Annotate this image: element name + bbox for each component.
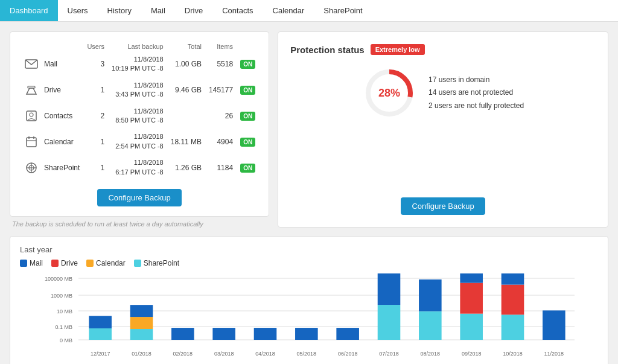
svg-text:06/2018: 06/2018 xyxy=(338,351,358,357)
col-users: Users xyxy=(83,42,108,51)
svg-rect-51 xyxy=(502,315,524,340)
last-backup-cell: 11/8/20183:43 PM UTC -8 xyxy=(108,77,167,103)
service-name: Mail xyxy=(44,60,57,68)
protection-title: Protection status xyxy=(290,45,365,55)
users-cell: 1 xyxy=(83,129,108,155)
top-nav: Dashboard Users History Mail Drive Conta… xyxy=(0,0,618,22)
total-cell xyxy=(167,103,205,129)
legend-item: SharePoint xyxy=(134,259,179,267)
users-cell: 3 xyxy=(83,51,108,77)
on-badge: ON xyxy=(240,60,255,69)
status-badge: Extremely low xyxy=(371,44,425,55)
protection-stats: 17 users in domain14 users are not prote… xyxy=(428,74,524,113)
col-items: Items xyxy=(205,42,237,51)
svg-rect-27 xyxy=(130,329,153,340)
donut-percent: 28% xyxy=(378,87,400,100)
svg-point-3 xyxy=(30,113,33,117)
svg-rect-28 xyxy=(130,317,153,329)
total-cell: 18.11 MB xyxy=(167,129,205,155)
nav-users[interactable]: Users xyxy=(58,0,98,21)
svg-rect-35 xyxy=(254,328,277,340)
service-cell: SharePoint xyxy=(20,155,83,180)
stat-item: 14 users are not protected xyxy=(428,86,524,100)
legend-label: SharePoint xyxy=(144,259,179,267)
last-backup-cell: 11/8/20188:50 PM UTC -8 xyxy=(108,103,167,129)
last-backup-cell: 11/8/20182:54 PM UTC -8 xyxy=(108,129,167,155)
legend-color xyxy=(51,260,59,267)
svg-rect-29 xyxy=(130,305,153,317)
total-cell: 1.00 GB xyxy=(167,51,205,77)
svg-rect-48 xyxy=(460,283,483,314)
nav-contacts[interactable]: Contacts xyxy=(212,0,263,21)
legend-item: Drive xyxy=(51,259,78,267)
status-cell: ON xyxy=(237,77,259,103)
svg-rect-37 xyxy=(295,328,318,340)
legend-label: Drive xyxy=(61,259,78,267)
svg-rect-33 xyxy=(212,328,235,340)
status-cell: ON xyxy=(237,129,259,155)
service-cell: Contacts xyxy=(20,103,83,129)
chart-title: Last year xyxy=(20,245,598,254)
svg-rect-41 xyxy=(378,305,401,340)
mail-icon xyxy=(24,58,39,70)
table-row: Calendar 1 11/8/20182:54 PM UTC -8 18.11… xyxy=(20,129,259,155)
svg-rect-25 xyxy=(89,316,112,328)
status-cell: ON xyxy=(237,103,259,129)
svg-rect-47 xyxy=(460,314,483,340)
donut-chart: 28% xyxy=(362,66,416,120)
legend-item: Mail xyxy=(20,259,43,267)
nav-calendar[interactable]: Calendar xyxy=(263,0,314,21)
table-row: Mail 3 11/8/201810:19 PM UTC -8 1.00 GB … xyxy=(20,51,259,77)
svg-rect-49 xyxy=(460,273,483,283)
nav-mail[interactable]: Mail xyxy=(141,0,175,21)
top-row: Users Last backup Total Items Mail 3 11/… xyxy=(10,31,608,228)
items-cell: 145177 xyxy=(205,77,237,103)
svg-rect-4 xyxy=(27,138,36,147)
chart-card: Last year MailDriveCalendarSharePoint 10… xyxy=(10,236,608,364)
service-cell: Calendar xyxy=(20,129,83,155)
svg-text:01/2018: 01/2018 xyxy=(132,351,151,357)
svg-rect-39 xyxy=(336,328,359,340)
items-cell: 5518 xyxy=(205,51,237,77)
main-content: Users Last backup Total Items Mail 3 11/… xyxy=(0,22,618,364)
sharepoint-icon xyxy=(24,162,39,174)
svg-text:10/2018: 10/2018 xyxy=(503,351,523,357)
items-cell: 4904 xyxy=(205,129,237,155)
stat-item: 17 users in domain xyxy=(428,74,524,87)
col-service xyxy=(20,42,83,51)
on-badge: ON xyxy=(240,112,255,121)
svg-rect-24 xyxy=(89,328,112,340)
svg-text:1000 MB: 1000 MB xyxy=(51,293,72,299)
stat-item: 2 users are not fully protected xyxy=(428,100,524,113)
nav-dashboard[interactable]: Dashboard xyxy=(0,0,58,21)
table-row: Drive 1 11/8/20183:43 PM UTC -8 9.46 GB … xyxy=(20,77,259,103)
chart-area: 100000 MB1000 MB10 MB0.1 MB0 MB12/201701… xyxy=(20,273,598,358)
total-cell: 1.26 GB xyxy=(167,155,205,180)
configure-backup-button[interactable]: Configure Backup xyxy=(97,189,181,206)
col-status xyxy=(237,42,259,51)
svg-rect-55 xyxy=(543,310,565,340)
service-name: Drive xyxy=(44,86,61,94)
total-cell: 9.46 GB xyxy=(167,77,205,103)
last-backup-cell: 11/8/201810:19 PM UTC -8 xyxy=(108,51,167,77)
drive-icon xyxy=(24,84,39,96)
nav-sharepoint[interactable]: SharePoint xyxy=(314,0,372,21)
svg-text:05/2018: 05/2018 xyxy=(297,351,317,357)
svg-text:0.1 MB: 0.1 MB xyxy=(55,324,72,330)
svg-text:11/2018: 11/2018 xyxy=(544,351,564,357)
svg-text:04/2018: 04/2018 xyxy=(255,351,275,357)
chart-svg: 100000 MB1000 MB10 MB0.1 MB0 MB12/201701… xyxy=(20,273,598,358)
service-cell: Mail xyxy=(20,51,83,77)
svg-rect-2 xyxy=(27,111,36,121)
status-cell: ON xyxy=(237,155,259,180)
col-total: Total xyxy=(167,42,205,51)
svg-rect-53 xyxy=(502,273,524,285)
svg-text:100000 MB: 100000 MB xyxy=(45,276,72,282)
service-cell: Drive xyxy=(20,77,83,103)
svg-text:07/2018: 07/2018 xyxy=(379,351,399,357)
nav-history[interactable]: History xyxy=(98,0,141,21)
service-name: Calendar xyxy=(44,138,74,146)
nav-drive[interactable]: Drive xyxy=(175,0,212,21)
protection-configure-button[interactable]: Configure Backup xyxy=(401,197,485,215)
svg-text:0 MB: 0 MB xyxy=(60,337,72,343)
